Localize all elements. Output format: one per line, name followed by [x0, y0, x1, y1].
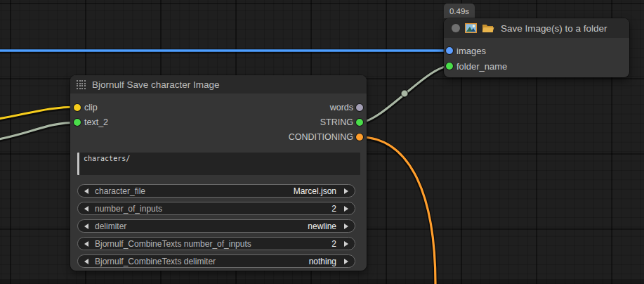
execution-time-badge: 0.49s: [444, 4, 475, 18]
output-row-string: STRING: [212, 115, 367, 129]
output-label: STRING: [320, 117, 353, 127]
link-midpoint-dot[interactable]: [401, 90, 408, 97]
increment-arrow-icon[interactable]: [344, 241, 348, 247]
widget-delimiter[interactable]: delimiter newline: [77, 219, 355, 233]
node-save-images-to-folder[interactable]: Save Image(s) to a folder images folder_…: [444, 18, 629, 77]
decrement-arrow-icon[interactable]: [84, 259, 88, 264]
increment-arrow-icon[interactable]: [344, 259, 348, 264]
widget-value: newline: [308, 221, 336, 231]
output-port-words[interactable]: [356, 104, 363, 111]
widget-label: Bjornulf_CombineTexts delimiter: [95, 257, 216, 266]
node-title: Bjornulf Save character Image: [92, 79, 220, 90]
input-port-text2[interactable]: [74, 119, 81, 126]
input-port-folder-name[interactable]: [446, 63, 453, 70]
widget-value: Marcel.json: [294, 186, 336, 196]
input-row-text2: text_2: [70, 115, 211, 129]
node-bjornulf-save-character-image[interactable]: Bjornulf Save character Image clip text_…: [70, 75, 367, 271]
input-row-images: images: [444, 44, 584, 58]
widget-combinetexts-delimiter[interactable]: Bjornulf_CombineTexts delimiter nothing: [77, 254, 355, 268]
output-label: CONDITIONING: [289, 132, 353, 142]
widget-label: character_file: [95, 186, 145, 196]
output-label: words: [330, 103, 353, 112]
input-label: images: [456, 46, 486, 56]
node-title-bar[interactable]: Bjornulf Save character Image: [70, 75, 367, 93]
wire-shadow: [0, 108, 77, 120]
input-port-images[interactable]: [446, 47, 453, 54]
widget-character-file[interactable]: character_file Marcel.json: [77, 184, 355, 198]
image-icon: [465, 23, 477, 33]
input-row-clip: clip: [70, 101, 211, 115]
input-row-folder-name: folder_name: [444, 59, 584, 73]
output-port-conditioning[interactable]: [356, 134, 363, 141]
decrement-arrow-icon[interactable]: [84, 206, 88, 212]
increment-arrow-icon[interactable]: [344, 188, 348, 194]
collapse-dot[interactable]: [452, 24, 460, 32]
wire-shadow: [0, 123, 77, 141]
folder-icon: [482, 23, 494, 33]
input-label: folder_name: [456, 61, 507, 72]
output-port-string[interactable]: [356, 119, 363, 126]
output-row-conditioning: CONDITIONING: [212, 130, 367, 144]
widget-label: number_of_inputs: [95, 204, 162, 214]
widget-label: delimiter: [95, 221, 126, 231]
input-label: clip: [84, 103, 98, 112]
widget-label: Bjornulf_CombineTexts number_of_inputs: [95, 239, 251, 249]
node-title-bar[interactable]: Save Image(s) to a folder: [444, 18, 629, 38]
decrement-arrow-icon[interactable]: [84, 224, 88, 229]
node-title: Save Image(s) to a folder: [501, 23, 607, 34]
output-row-words: words: [212, 101, 367, 115]
increment-arrow-icon[interactable]: [344, 224, 348, 229]
wire-shadow: [360, 138, 435, 284]
widget-value: 2: [331, 204, 336, 214]
node-graph-canvas[interactable]: { "canvas": { "bg": "#1f1f1f" }, "wires"…: [0, 0, 644, 284]
wire-conditioning: [360, 137, 435, 284]
decrement-arrow-icon[interactable]: [84, 188, 88, 194]
input-label: text_2: [84, 117, 108, 127]
drag-dots-icon: [77, 80, 86, 89]
text-input-characters[interactable]: characters/: [77, 153, 360, 175]
decrement-arrow-icon[interactable]: [84, 241, 88, 247]
increment-arrow-icon[interactable]: [344, 206, 348, 212]
widget-value: 2: [331, 239, 336, 249]
input-port-clip[interactable]: [74, 104, 81, 111]
widget-number-of-inputs[interactable]: number_of_inputs 2: [77, 202, 355, 215]
widget-combinetexts-number-of-inputs[interactable]: Bjornulf_CombineTexts number_of_inputs 2: [77, 237, 355, 250]
widget-value: nothing: [309, 257, 336, 266]
